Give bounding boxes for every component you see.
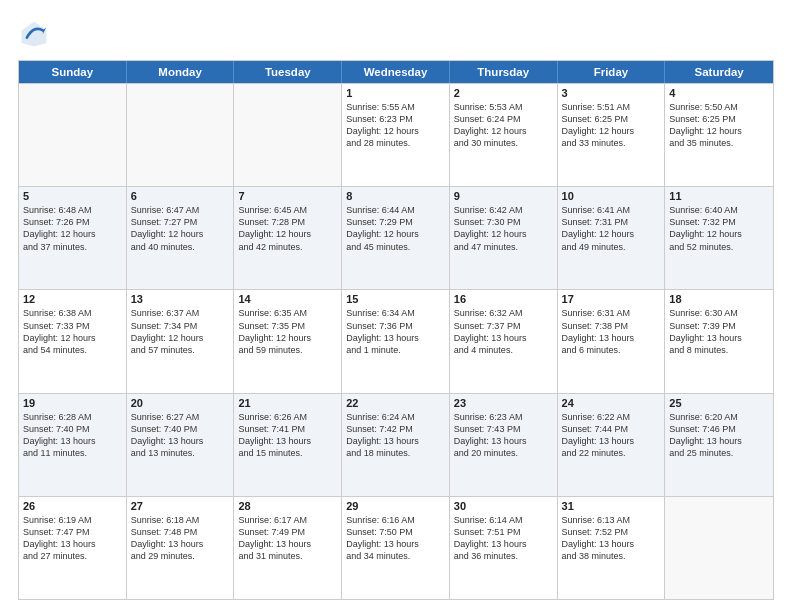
cell-info-line: Sunset: 7:47 PM: [23, 526, 122, 538]
day-number: 15: [346, 293, 445, 305]
cell-info-line: Daylight: 13 hours: [454, 332, 553, 344]
calendar-cell: 22Sunrise: 6:24 AMSunset: 7:42 PMDayligh…: [342, 394, 450, 496]
cell-info-line: Sunrise: 6:32 AM: [454, 307, 553, 319]
cell-info-line: and 4 minutes.: [454, 344, 553, 356]
cell-info-line: Sunrise: 6:47 AM: [131, 204, 230, 216]
cell-info-line: Daylight: 13 hours: [346, 332, 445, 344]
cell-info-line: Sunset: 7:36 PM: [346, 320, 445, 332]
day-of-week-friday: Friday: [558, 61, 666, 83]
cell-info-line: Daylight: 13 hours: [669, 435, 769, 447]
cell-info-line: Sunrise: 6:22 AM: [562, 411, 661, 423]
cell-info-line: Sunset: 6:25 PM: [669, 113, 769, 125]
cell-info-line: Sunset: 7:32 PM: [669, 216, 769, 228]
calendar-cell: 12Sunrise: 6:38 AMSunset: 7:33 PMDayligh…: [19, 290, 127, 392]
calendar-cell: 4Sunrise: 5:50 AMSunset: 6:25 PMDaylight…: [665, 84, 773, 186]
cell-info-line: Daylight: 13 hours: [238, 435, 337, 447]
cell-info-line: Sunset: 7:30 PM: [454, 216, 553, 228]
calendar-cell: 25Sunrise: 6:20 AMSunset: 7:46 PMDayligh…: [665, 394, 773, 496]
day-of-week-thursday: Thursday: [450, 61, 558, 83]
cell-info-line: and 15 minutes.: [238, 447, 337, 459]
calendar-row: 19Sunrise: 6:28 AMSunset: 7:40 PMDayligh…: [19, 393, 773, 496]
calendar-cell: [19, 84, 127, 186]
calendar-cell: 23Sunrise: 6:23 AMSunset: 7:43 PMDayligh…: [450, 394, 558, 496]
cell-info-line: Daylight: 13 hours: [562, 332, 661, 344]
day-number: 10: [562, 190, 661, 202]
cell-info-line: Sunset: 7:50 PM: [346, 526, 445, 538]
calendar-cell: 31Sunrise: 6:13 AMSunset: 7:52 PMDayligh…: [558, 497, 666, 599]
cell-info-line: Sunset: 7:52 PM: [562, 526, 661, 538]
calendar-cell: 18Sunrise: 6:30 AMSunset: 7:39 PMDayligh…: [665, 290, 773, 392]
day-number: 27: [131, 500, 230, 512]
cell-info-line: Daylight: 13 hours: [346, 435, 445, 447]
cell-info-line: Sunset: 7:28 PM: [238, 216, 337, 228]
calendar-body: 1Sunrise: 5:55 AMSunset: 6:23 PMDaylight…: [19, 83, 773, 599]
cell-info-line: Daylight: 13 hours: [669, 332, 769, 344]
cell-info-line: and 59 minutes.: [238, 344, 337, 356]
cell-info-line: Daylight: 13 hours: [23, 538, 122, 550]
cell-info-line: and 42 minutes.: [238, 241, 337, 253]
day-number: 24: [562, 397, 661, 409]
calendar-cell: 26Sunrise: 6:19 AMSunset: 7:47 PMDayligh…: [19, 497, 127, 599]
cell-info-line: Sunrise: 6:37 AM: [131, 307, 230, 319]
day-number: 12: [23, 293, 122, 305]
cell-info-line: and 38 minutes.: [562, 550, 661, 562]
calendar-cell: 13Sunrise: 6:37 AMSunset: 7:34 PMDayligh…: [127, 290, 235, 392]
cell-info-line: and 54 minutes.: [23, 344, 122, 356]
cell-info-line: Sunrise: 6:30 AM: [669, 307, 769, 319]
cell-info-line: and 40 minutes.: [131, 241, 230, 253]
cell-info-line: Sunrise: 5:50 AM: [669, 101, 769, 113]
calendar-cell: 14Sunrise: 6:35 AMSunset: 7:35 PMDayligh…: [234, 290, 342, 392]
calendar-cell: [127, 84, 235, 186]
cell-info-line: Daylight: 12 hours: [23, 332, 122, 344]
cell-info-line: Sunset: 7:43 PM: [454, 423, 553, 435]
svg-marker-0: [22, 22, 47, 47]
calendar-cell: 19Sunrise: 6:28 AMSunset: 7:40 PMDayligh…: [19, 394, 127, 496]
day-number: 13: [131, 293, 230, 305]
cell-info-line: Daylight: 13 hours: [562, 435, 661, 447]
cell-info-line: and 25 minutes.: [669, 447, 769, 459]
cell-info-line: Daylight: 12 hours: [131, 228, 230, 240]
cell-info-line: and 52 minutes.: [669, 241, 769, 253]
calendar-cell: 7Sunrise: 6:45 AMSunset: 7:28 PMDaylight…: [234, 187, 342, 289]
day-number: 6: [131, 190, 230, 202]
calendar-cell: 9Sunrise: 6:42 AMSunset: 7:30 PMDaylight…: [450, 187, 558, 289]
calendar-cell: 1Sunrise: 5:55 AMSunset: 6:23 PMDaylight…: [342, 84, 450, 186]
cell-info-line: Daylight: 13 hours: [131, 538, 230, 550]
cell-info-line: Sunset: 7:49 PM: [238, 526, 337, 538]
cell-info-line: Sunset: 7:40 PM: [23, 423, 122, 435]
cell-info-line: and 6 minutes.: [562, 344, 661, 356]
cell-info-line: and 22 minutes.: [562, 447, 661, 459]
cell-info-line: Daylight: 12 hours: [238, 228, 337, 240]
day-number: 11: [669, 190, 769, 202]
day-number: 3: [562, 87, 661, 99]
day-number: 5: [23, 190, 122, 202]
cell-info-line: and 49 minutes.: [562, 241, 661, 253]
cell-info-line: Sunrise: 6:23 AM: [454, 411, 553, 423]
cell-info-line: Daylight: 13 hours: [23, 435, 122, 447]
cell-info-line: Sunrise: 5:51 AM: [562, 101, 661, 113]
day-of-week-monday: Monday: [127, 61, 235, 83]
cell-info-line: Sunrise: 6:48 AM: [23, 204, 122, 216]
cell-info-line: Sunrise: 6:34 AM: [346, 307, 445, 319]
logo: [18, 18, 54, 50]
cell-info-line: and 30 minutes.: [454, 137, 553, 149]
calendar-row: 5Sunrise: 6:48 AMSunset: 7:26 PMDaylight…: [19, 186, 773, 289]
day-number: 1: [346, 87, 445, 99]
cell-info-line: and 20 minutes.: [454, 447, 553, 459]
calendar-row: 26Sunrise: 6:19 AMSunset: 7:47 PMDayligh…: [19, 496, 773, 599]
cell-info-line: and 35 minutes.: [669, 137, 769, 149]
cell-info-line: Sunset: 7:51 PM: [454, 526, 553, 538]
cell-info-line: and 11 minutes.: [23, 447, 122, 459]
calendar-header: SundayMondayTuesdayWednesdayThursdayFrid…: [19, 61, 773, 83]
logo-icon: [18, 18, 50, 50]
cell-info-line: and 13 minutes.: [131, 447, 230, 459]
calendar-cell: 20Sunrise: 6:27 AMSunset: 7:40 PMDayligh…: [127, 394, 235, 496]
calendar-cell: 6Sunrise: 6:47 AMSunset: 7:27 PMDaylight…: [127, 187, 235, 289]
cell-info-line: and 33 minutes.: [562, 137, 661, 149]
calendar-cell: [234, 84, 342, 186]
cell-info-line: Sunrise: 6:40 AM: [669, 204, 769, 216]
day-number: 20: [131, 397, 230, 409]
calendar-cell: 15Sunrise: 6:34 AMSunset: 7:36 PMDayligh…: [342, 290, 450, 392]
day-number: 4: [669, 87, 769, 99]
cell-info-line: Sunset: 6:24 PM: [454, 113, 553, 125]
